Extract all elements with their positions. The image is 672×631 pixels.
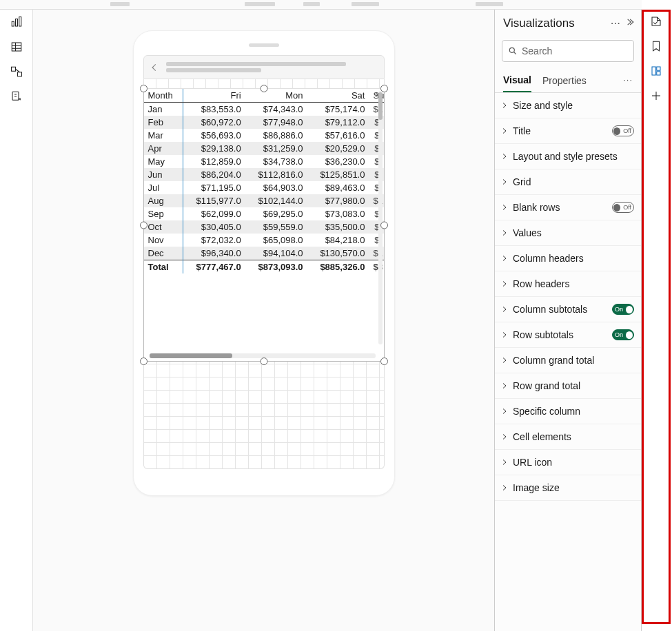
chevron-right-icon	[500, 305, 509, 313]
cell: $73,083.0	[307, 207, 369, 220]
vertical-scrollbar[interactable]	[378, 91, 383, 344]
toggle[interactable]: Off	[612, 125, 634, 136]
section-label: Layout and style presets	[513, 151, 634, 162]
cell: $71,195.0	[183, 181, 245, 194]
col-header[interactable]: Mon	[245, 89, 307, 103]
resize-handle[interactable]	[380, 221, 388, 229]
row-label[interactable]: Jul	[144, 181, 183, 194]
cell: $65,098.0	[245, 234, 307, 247]
tab-properties[interactable]: Properties	[542, 71, 587, 92]
cell: $94,104.0	[245, 247, 307, 260]
svg-rect-8	[17, 72, 21, 76]
cell: $96,340.0	[183, 247, 245, 260]
row-label[interactable]: Jan	[144, 103, 183, 116]
row-label[interactable]: Sep	[144, 207, 183, 220]
svg-rect-10	[12, 92, 19, 100]
chevron-right-icon	[500, 458, 509, 466]
row-label[interactable]: Aug	[144, 194, 183, 207]
format-section[interactable]: TitleOff	[495, 118, 641, 144]
row-header-label[interactable]: Month	[144, 89, 183, 103]
table-icon[interactable]	[10, 40, 23, 54]
resize-handle[interactable]	[140, 85, 147, 92]
panel-collapse-icon[interactable]	[624, 17, 634, 30]
chevron-right-icon	[500, 382, 509, 390]
svg-rect-14	[657, 67, 660, 70]
format-section[interactable]: Row subtotalsOn	[495, 322, 641, 348]
toggle[interactable]: On	[612, 329, 634, 340]
table-row: Oct$30,405.0$59,559.0$35,500.0$	[144, 220, 384, 234]
row-label[interactable]: Nov	[144, 234, 183, 247]
row-label[interactable]: Oct	[144, 220, 183, 234]
cell: $74,343.0	[245, 103, 307, 116]
model-icon[interactable]	[10, 65, 23, 79]
chevron-right-icon	[500, 229, 509, 237]
chevron-right-icon	[500, 152, 509, 161]
chevron-right-icon	[500, 178, 509, 186]
format-section[interactable]: Grid	[495, 169, 641, 195]
toggle[interactable]: Off	[612, 202, 634, 213]
section-label: Image size	[513, 482, 634, 493]
cell: $102,144.0	[245, 194, 307, 207]
chevron-right-icon	[500, 127, 509, 135]
back-icon[interactable]	[150, 63, 159, 72]
chevron-right-icon	[500, 280, 509, 288]
mobile-phone-frame: ✕ Month Fri Mon Sat Sun Jan$83,553.0$74,…	[133, 30, 395, 496]
format-section[interactable]: Row grand total	[495, 373, 641, 399]
format-section[interactable]: Row headers	[495, 271, 641, 297]
svg-point-11	[509, 48, 514, 52]
layout-grid-bottom[interactable]	[143, 362, 385, 469]
dax-icon[interactable]	[10, 90, 23, 103]
cell: $34,738.0	[245, 155, 307, 168]
cell: $79,112.0	[307, 116, 369, 129]
format-section[interactable]: Column subtotalsOn	[495, 297, 641, 322]
row-label[interactable]: Apr	[144, 142, 183, 155]
resize-handle[interactable]	[260, 85, 267, 92]
search-input[interactable]: Search	[502, 40, 634, 62]
section-label: Column grand total	[513, 355, 634, 366]
row-label[interactable]: Mar	[144, 129, 183, 142]
bar-chart-icon[interactable]	[10, 15, 23, 29]
row-label[interactable]: Jun	[144, 168, 183, 181]
section-label: Title	[513, 125, 608, 136]
format-section[interactable]: Size and style	[495, 93, 641, 118]
cell: $83,553.0	[183, 103, 245, 116]
resize-handle[interactable]	[140, 358, 147, 365]
matrix-visual[interactable]: ✕ Month Fri Mon Sat Sun Jan$83,553.0$74,…	[143, 89, 385, 362]
bookmark-icon[interactable]	[650, 40, 664, 54]
row-label[interactable]: May	[144, 155, 183, 168]
resize-handle[interactable]	[140, 221, 147, 229]
format-section[interactable]: Column grand total	[495, 348, 641, 373]
resize-handle[interactable]	[380, 358, 388, 365]
format-section[interactable]: Layout and style presets	[495, 144, 641, 169]
tab-visual[interactable]: Visual	[503, 70, 531, 92]
col-header[interactable]: Sat	[307, 89, 369, 103]
chevron-right-icon	[500, 101, 509, 110]
section-label: Row grand total	[513, 380, 634, 391]
toggle[interactable]: On	[612, 304, 634, 315]
resize-handle[interactable]	[260, 358, 267, 365]
format-section[interactable]: Image size	[495, 475, 641, 501]
tabs-more-icon[interactable]: ···	[623, 74, 633, 89]
row-label[interactable]: Feb	[144, 116, 183, 129]
section-label: Column subtotals	[513, 304, 608, 315]
format-pane-icon[interactable]	[650, 15, 664, 29]
format-section[interactable]: Values	[495, 220, 641, 246]
format-section[interactable]: Cell elements	[495, 424, 641, 450]
add-icon[interactable]	[650, 90, 664, 103]
panel-more-icon[interactable]: ···	[611, 17, 620, 30]
col-header[interactable]: Fri	[183, 89, 245, 103]
report-canvas[interactable]: ✕ Month Fri Mon Sat Sun Jan$83,553.0$74,…	[33, 0, 494, 631]
format-section[interactable]: Specific column	[495, 399, 641, 424]
format-section[interactable]: URL icon	[495, 450, 641, 475]
ribbon-placeholder	[0, 0, 672, 10]
cell: $112,816.0	[245, 168, 307, 181]
cell: $31,259.0	[245, 142, 307, 155]
visualizations-panel: Visualizations ··· Search Visual Propert…	[494, 0, 642, 631]
resize-handle[interactable]	[380, 85, 388, 92]
section-label: Row headers	[513, 278, 634, 289]
selection-pane-icon[interactable]	[650, 65, 664, 79]
cell: $57,616.0	[307, 129, 369, 142]
format-section[interactable]: Blank rowsOff	[495, 195, 641, 220]
format-section[interactable]: Column headers	[495, 246, 641, 271]
row-label[interactable]: Dec	[144, 247, 183, 260]
